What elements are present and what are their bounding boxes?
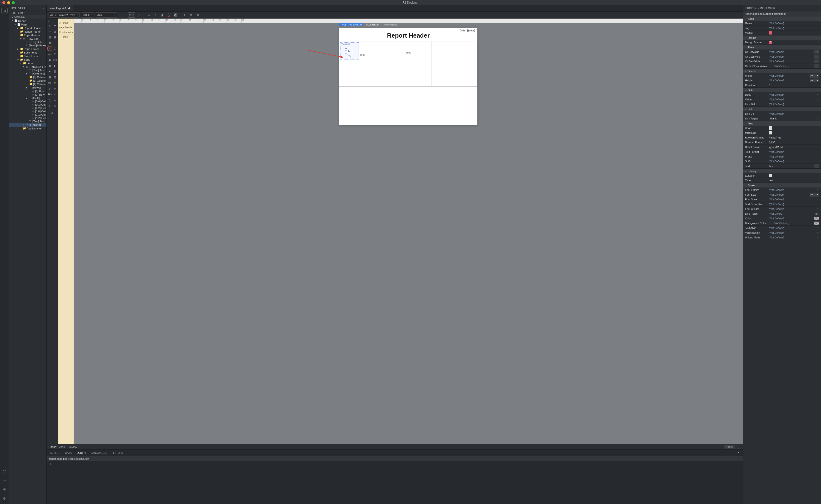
struct-table[interactable]: table (58, 35, 74, 56)
tree-node[interactable]: ▾📁Page Header (9, 33, 46, 37)
prop-data-select[interactable]: (Not Defined)▾ (769, 93, 819, 96)
color-swatch[interactable] (814, 222, 819, 225)
tree-node[interactable]: ▸📁Page Footer (9, 47, 46, 51)
pagesize-select[interactable]: A4, 210mm x 297mm▾ (49, 12, 79, 18)
group-editing[interactable]: ⌄Editing (743, 168, 821, 173)
group-text[interactable]: ⌄Text (743, 121, 821, 126)
back-items-chip[interactable]: BACK ITEMS (364, 23, 380, 26)
explorer-more-icon[interactable]: ⋯ (42, 7, 44, 10)
tree-node[interactable]: ▾📄Page (9, 23, 46, 26)
tree-node[interactable]: ▾▭[Row Box] (9, 37, 46, 40)
unit-select[interactable]: px▾ (810, 193, 819, 197)
run-tool-icon[interactable]: 🏃 (53, 80, 57, 85)
page[interactable]: PAGE - 702 x 1009 px BACK ITEMS FRONT IT… (339, 28, 478, 125)
prop-wrap-checkbox[interactable] (769, 126, 772, 130)
tree-node[interactable]: ○[0,2] Cell (9, 106, 46, 110)
color-swatch[interactable] (814, 217, 819, 220)
minus-button[interactable]: − (121, 12, 126, 18)
rect-tool-icon[interactable]: ▭ (53, 98, 57, 102)
chat-icon[interactable]: ✉ (2, 487, 7, 492)
maximize-window-icon[interactable] (12, 1, 15, 4)
more-icon[interactable]: ⋯ (814, 164, 819, 168)
cell-0-2[interactable] (431, 41, 478, 64)
unit-select[interactable]: px▾ (810, 74, 819, 78)
tab-languages[interactable]: LANGUAGES (91, 451, 107, 454)
report-header-text[interactable]: Report Header (339, 28, 478, 41)
tree-node[interactable]: 📁[0] Column (9, 75, 46, 79)
text-color-button[interactable]: A (166, 12, 171, 18)
sigma-tool-icon[interactable]: Σ (53, 46, 57, 51)
tab-json[interactable]: Json (59, 445, 65, 448)
tree-node[interactable]: 📁Back Items (9, 51, 46, 54)
line-tool-icon[interactable]: ╲ (47, 98, 52, 102)
more-icon[interactable]: ⋯ (814, 50, 819, 54)
tab-preview[interactable]: Preview (68, 445, 77, 448)
tree-node[interactable]: 📁Report Footer (9, 30, 46, 33)
chart-tool-icon[interactable]: �ช (47, 92, 52, 97)
gear-icon[interactable]: ⚙ (2, 496, 7, 501)
table-tool-icon[interactable]: ▦ (47, 40, 52, 45)
page1-tab[interactable]: Page1 (724, 445, 735, 449)
tree-node[interactable]: ○[1,0] Cell (9, 110, 46, 113)
tab-history[interactable]: HISTORY (112, 451, 124, 454)
rotate-handle-icon[interactable] (347, 55, 350, 58)
inspector-more-icon[interactable]: ⋯ (816, 7, 819, 10)
prop-rotation-value[interactable]: 0 (769, 84, 819, 87)
tree-node[interactable]: 📁Front Items (9, 54, 46, 58)
app-icon[interactable]: R2 (1, 8, 8, 14)
struct-report-header[interactable]: ⊞report header (58, 30, 74, 35)
cell-text[interactable]: Text (406, 51, 410, 54)
more-icon[interactable]: ⋯ (814, 55, 819, 59)
tree-node[interactable]: ○[1,2] Cell (9, 116, 46, 120)
tree-node[interactable]: ▾[Rows] (9, 86, 46, 89)
unit-select[interactable]: px▾ (810, 79, 819, 82)
struct-page[interactable]: ⊞page (58, 20, 74, 25)
split-tool-icon[interactable]: ▥ (53, 29, 57, 34)
more-icon[interactable]: ⋯ (814, 64, 819, 68)
add-page-button[interactable]: + (737, 445, 741, 449)
align-center-button[interactable]: ≣ (189, 12, 194, 18)
italic-button[interactable]: I (153, 12, 158, 18)
group-bound[interactable]: ⌄Bound (743, 69, 821, 73)
tree-node[interactable]: ▾📄Report (9, 19, 46, 23)
prop-tag-value[interactable]: (Not Defined) (769, 27, 819, 30)
minimize-window-icon[interactable] (7, 1, 10, 4)
group-design[interactable]: ⌄Design (743, 35, 821, 40)
table[interactable]: [Floating] Text Text Text (339, 41, 478, 87)
close-window-icon[interactable] (2, 1, 5, 4)
add-tool-icon[interactable]: ✥ (50, 111, 55, 116)
group-styles[interactable]: ⌄Styles (743, 183, 821, 188)
tree-node[interactable]: T[Text] [${date}] (9, 44, 46, 47)
cell-1-2[interactable] (431, 64, 478, 87)
underline-button[interactable]: U (159, 12, 164, 18)
shade-tool-icon[interactable]: ▨ (53, 75, 57, 79)
container-tool-icon[interactable]: ▭ (47, 29, 52, 34)
doc-tool-icon[interactable]: ▯ (47, 103, 52, 108)
text-tool-icon[interactable]: T (47, 46, 52, 51)
tree-node[interactable]: ○[1,1] Cell (9, 113, 46, 116)
tree-node[interactable]: ▸✦[Floating] (9, 123, 46, 127)
tree-node[interactable]: 📁[2] Column (9, 82, 46, 86)
group-event[interactable]: ⌄Event (743, 45, 821, 49)
palette-collapse-icon[interactable]: « (47, 20, 58, 23)
panel-tool-icon[interactable]: ▭ (53, 86, 57, 91)
tree-node[interactable]: T[Text] Text (9, 69, 46, 72)
tree-node[interactable]: ○[0,0] Cell (9, 100, 46, 103)
text-bg-button[interactable]: A (173, 12, 178, 18)
date-text[interactable]: Date: ${date} (460, 29, 475, 32)
tree-node[interactable]: 📁[1] Column (9, 79, 46, 82)
nd-button[interactable]: (ND) (128, 12, 135, 18)
tree-node[interactable]: ▾[Cells] (9, 96, 46, 100)
align-left-button[interactable]: ≡ (182, 12, 187, 18)
prop-editable-checkbox[interactable] (769, 174, 772, 177)
font-select[interactable]: Arial▾ (96, 12, 117, 18)
close-panel-icon[interactable]: ✕ (737, 451, 740, 454)
pointer-tool-icon[interactable]: ▸ (47, 23, 52, 28)
front-items-chip[interactable]: FRONT ITEMS (381, 23, 398, 26)
tree-node[interactable]: ▾📁Items (9, 61, 46, 65)
cell-text[interactable]: Text (360, 53, 364, 56)
user-icon[interactable]: ◯ (2, 469, 7, 474)
group-link[interactable]: ⌄Link (743, 107, 821, 111)
prop-linktarget-select[interactable]: _blank▾ (769, 117, 819, 120)
struct-page-header[interactable]: page header (58, 25, 74, 30)
